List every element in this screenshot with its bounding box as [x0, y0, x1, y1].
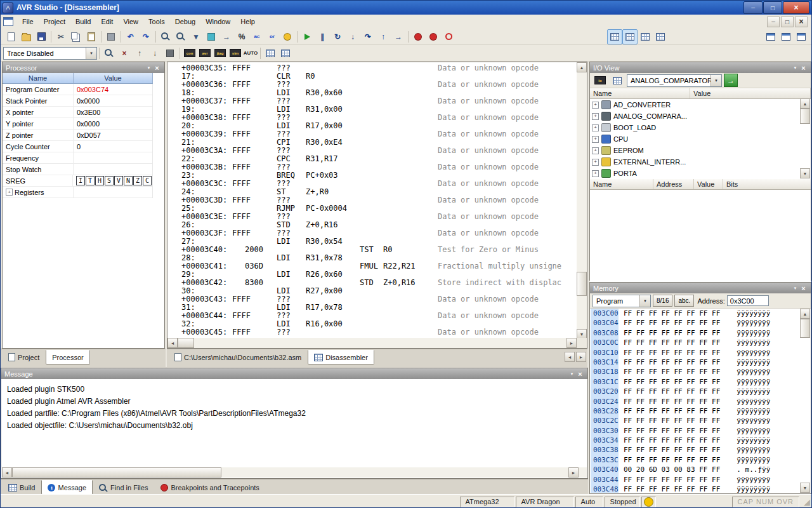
expand-icon[interactable]: +: [592, 113, 599, 120]
disasm-line[interactable]: +00003C43:FFFF???Data or unknown opcode: [181, 295, 577, 304]
scroll-down-icon[interactable]: [800, 483, 810, 493]
panel-close-icon[interactable]: [799, 64, 808, 72]
memory-row[interactable]: 003C20FF FF FF FF FF FF FF FFÿÿÿÿÿÿÿÿ: [591, 387, 800, 396]
open-file-icon[interactable]: [18, 29, 34, 44]
scroll-right-icon[interactable]: [568, 467, 579, 478]
mdi-child-icon[interactable]: [3, 17, 13, 26]
minimize-button[interactable]: [743, 1, 763, 14]
break-icon[interactable]: ∥: [315, 29, 330, 44]
copy-icon[interactable]: [69, 29, 84, 44]
cascade-windows-icon[interactable]: [778, 29, 794, 44]
io-view-toggle-icon[interactable]: [607, 29, 622, 44]
io-tree-item-cpu[interactable]: +CPU: [590, 133, 811, 145]
new-file-icon[interactable]: [3, 29, 18, 44]
menu-item-file[interactable]: File: [17, 16, 39, 27]
memory-row[interactable]: 003C14FF FF FF FF FF FF FF FFÿÿÿÿÿÿÿÿ: [591, 358, 800, 367]
sreg-flag-i[interactable]: I: [76, 176, 85, 185]
processor-row-registers[interactable]: +Registers: [3, 187, 152, 198]
processor-row-program-counter[interactable]: Program Counter0x003C74: [3, 84, 152, 95]
io-detail-col-address[interactable]: Address: [653, 179, 694, 189]
redo-icon[interactable]: ↷: [138, 29, 154, 44]
disasm-line[interactable]: +00003C3B:FFFF???Data or unknown opcode: [181, 163, 577, 171]
sreg-flag-n[interactable]: N: [124, 176, 133, 185]
menu-item-tools[interactable]: Tools: [143, 16, 170, 27]
memory-row[interactable]: 003C04FF FF FF FF FF FF FF FFÿÿÿÿÿÿÿÿ: [591, 318, 800, 328]
trace-source-icon[interactable]: [102, 46, 117, 61]
io-window-icon[interactable]: [263, 46, 278, 61]
memory-row[interactable]: 003C08FF FF FF FF FF FF FF FFÿÿÿÿÿÿÿÿ: [591, 328, 800, 338]
trace-combobox[interactable]: Trace Disabled: [3, 47, 97, 60]
processor-row-sreg[interactable]: SREGITHSVNZC: [3, 175, 152, 187]
reset-icon[interactable]: ↻: [330, 29, 345, 44]
paste-icon[interactable]: [84, 29, 99, 44]
memory-row[interactable]: 003C38FF FF FF FF FF FF FF FFÿÿÿÿÿÿÿÿ: [591, 445, 800, 455]
menu-item-project[interactable]: Project: [39, 16, 70, 27]
maximize-button[interactable]: [763, 1, 782, 14]
doc-tabs-scroll-left[interactable]: [565, 352, 575, 362]
scroll-up-icon[interactable]: [800, 98, 810, 109]
io-go-button[interactable]: [724, 74, 738, 87]
panel-menu-icon[interactable]: [791, 284, 799, 292]
memory-width-toggle-button[interactable]: 8/16: [653, 295, 672, 307]
disasm-line[interactable]: +00003C38:FFFF???Data or unknown opcode: [181, 114, 577, 122]
disasm-line[interactable]: +00003C44:FFFF???Data or unknown opcode: [181, 312, 577, 320]
memory-address-input[interactable]: 0x3C00: [727, 295, 769, 306]
panel-menu-icon[interactable]: [791, 64, 799, 72]
memory-row[interactable]: 003C2CFF FF FF FF FF FF FF FFÿÿÿÿÿÿÿÿ: [591, 416, 800, 425]
memory-row[interactable]: 003C1CFF FF FF FF FF FF FF FFÿÿÿÿÿÿÿÿ: [591, 377, 800, 387]
trace-combobox-dropdown-button[interactable]: [86, 48, 96, 59]
processor-row-stop-watch[interactable]: Stop Watch: [3, 164, 152, 175]
expand-icon[interactable]: +: [592, 124, 599, 131]
memory-scroll-thumb[interactable]: [800, 319, 810, 338]
io-detail-col-bits[interactable]: Bits: [723, 179, 811, 189]
processor-row-cycle-counter[interactable]: Cycle Counter0: [3, 141, 152, 152]
step-over-icon[interactable]: ↷: [360, 29, 376, 44]
expand-icon[interactable]: +: [592, 102, 599, 109]
zoom-percent-icon[interactable]: %: [234, 29, 249, 44]
disasm-line[interactable]: +00003C39:FFFF???Data or unknown opcode: [181, 130, 577, 138]
menu-item-build[interactable]: Build: [70, 16, 96, 27]
run-icon[interactable]: [299, 29, 315, 44]
tab-project[interactable]: Project: [2, 350, 46, 364]
sreg-flag-v[interactable]: V: [114, 176, 123, 185]
io-tree-scroll-thumb[interactable]: [800, 109, 810, 124]
panel-close-icon[interactable]: [153, 64, 161, 72]
expand-icon[interactable]: +: [592, 170, 599, 177]
disasm-line[interactable]: +00003C3C:FFFF???Data or unknown opcode: [181, 180, 577, 188]
scroll-left-icon[interactable]: [167, 338, 178, 348]
scroll-right-icon[interactable]: [566, 338, 577, 348]
save-file-icon[interactable]: [34, 29, 49, 44]
simulator-icon[interactable]: sim: [228, 46, 243, 61]
memory-ascii-toggle-button[interactable]: abc.: [674, 295, 694, 307]
doc-tabs-scroll-right[interactable]: [576, 352, 586, 362]
scroll-up-icon[interactable]: [800, 309, 810, 319]
sreg-flag-z[interactable]: Z: [133, 176, 142, 185]
io-detail-col-name[interactable]: Name: [590, 179, 653, 189]
memory-type-combobox[interactable]: Program: [593, 295, 651, 307]
tab-c-users-michau-documents-b32-asm[interactable]: C:\Users\michau\Documents\b32.asm: [168, 350, 308, 364]
tab-find-in-files[interactable]: Find in Files: [93, 480, 154, 495]
memory-type-dropdown-button[interactable]: [639, 295, 650, 307]
new-window-icon[interactable]: [763, 29, 778, 44]
tab-disassembler[interactable]: Disassembler: [308, 350, 374, 364]
sreg-flag-t[interactable]: T: [86, 176, 95, 185]
io-register-dropdown-button[interactable]: [710, 75, 721, 86]
mdi-restore-button[interactable]: [781, 17, 794, 27]
processor-row-x-pointer[interactable]: X pointer0x3E00: [3, 107, 152, 118]
scroll-up-icon[interactable]: [577, 62, 587, 72]
io-display-mode-icon[interactable]: [610, 73, 625, 88]
print-icon[interactable]: [103, 29, 119, 44]
disasm-hscrollbar[interactable]: [167, 338, 577, 348]
build-icon[interactable]: [162, 46, 178, 61]
disasm-vscrollbar[interactable]: [577, 62, 587, 339]
clear-trace-icon[interactable]: ×: [117, 46, 132, 61]
disasm-hscroll-thumb[interactable]: [178, 338, 194, 348]
memory-row[interactable]: 003C18FF FF FF FF FF FF FF FFÿÿÿÿÿÿÿÿ: [591, 367, 800, 377]
toggle-bookmark-icon[interactable]: [204, 29, 219, 44]
ac-icon[interactable]: ac: [249, 29, 265, 44]
menu-item-window[interactable]: Window: [200, 16, 235, 27]
avr-programmer-icon[interactable]: avr: [197, 46, 213, 61]
menu-item-help[interactable]: Help: [235, 16, 260, 27]
disasm-vscroll-thumb[interactable]: [577, 272, 587, 296]
disasm-line[interactable]: +00003C42:8300STDZ+0,R16Store indirect w…: [181, 279, 577, 287]
